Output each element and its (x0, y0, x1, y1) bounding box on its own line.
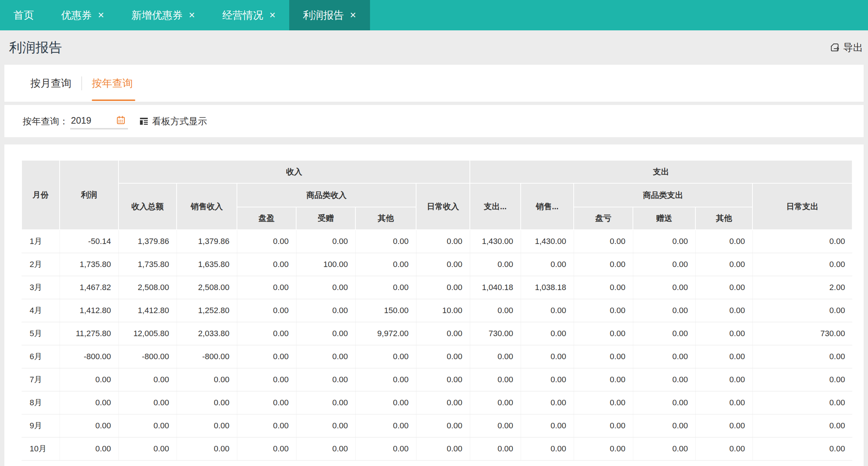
table-row: 7月0.000.000.000.000.000.000.000.000.000.… (22, 368, 852, 391)
cell-value: 0.00 (355, 345, 416, 368)
table-header: 月份 利润 收入 支出 收入总额 销售收入 商品类收入 日常收入 支出... 销… (22, 160, 852, 230)
tab-yearly-query-label: 按年查询 (92, 76, 133, 90)
cell-value: 0.00 (521, 437, 574, 460)
export-button[interactable]: 导出 (830, 41, 863, 54)
cell-value: 0.00 (470, 368, 521, 391)
cell-value: 0.00 (695, 414, 752, 437)
top-tab-bar: 首页优惠券✕新增优惠券✕经营情况✕利润报告✕ (0, 0, 868, 30)
table-row: 4月1,412.801,412.801,252.800.000.00150.00… (22, 299, 852, 322)
top-tab-label: 经营情况 (222, 8, 263, 22)
cell-value: -800.00 (177, 345, 237, 368)
cell-value: 1,430.00 (521, 230, 574, 253)
cell-value: 0.00 (574, 322, 633, 345)
top-tab-2[interactable]: 新增优惠券✕ (118, 0, 208, 30)
col-header-expense-total: 支出... (470, 183, 521, 230)
col-group-income: 收入 (118, 160, 470, 183)
top-tab-4[interactable]: 利润报告✕ (289, 0, 370, 30)
cell-month: 10月 (22, 437, 60, 460)
filter-bar: 按年查询： 2019 看板方式显示 (4, 105, 864, 137)
cell-value: 0.00 (416, 230, 470, 253)
table-body: 1月-50.141,379.861,379.860.000.000.000.00… (22, 230, 852, 460)
cell-value: 0.00 (521, 368, 574, 391)
query-mode-tabs: 按月查询 按年查询 (4, 65, 864, 102)
cell-value: 0.00 (521, 299, 574, 322)
cell-value: 0.00 (355, 391, 416, 414)
cell-value: 0.00 (633, 437, 695, 460)
cell-value: 0.00 (416, 345, 470, 368)
cell-month: 3月 (22, 276, 60, 299)
page-header: 利润报告 导出 (0, 30, 868, 65)
export-button-label: 导出 (843, 41, 863, 54)
cell-value: 0.00 (296, 345, 355, 368)
cell-value: 0.00 (521, 345, 574, 368)
top-tab-3[interactable]: 经营情况✕ (209, 0, 289, 30)
tab-monthly-query-label: 按月查询 (30, 76, 71, 90)
cell-value: 1,735.80 (118, 253, 177, 276)
cell-value: 1,635.80 (177, 253, 237, 276)
tab-close-icon[interactable]: ✕ (350, 11, 356, 19)
cell-value: 0.00 (752, 368, 852, 391)
tab-monthly-query[interactable]: 按月查询 (30, 65, 71, 102)
cell-value: 0.00 (633, 414, 695, 437)
cell-value: 0.00 (60, 414, 118, 437)
cell-value: 2,508.00 (118, 276, 177, 299)
cell-value: 0.00 (416, 414, 470, 437)
export-icon (830, 42, 840, 53)
cell-value: 0.00 (237, 368, 296, 391)
cell-value: -800.00 (118, 345, 177, 368)
cell-value: 0.00 (574, 230, 633, 253)
board-view-toggle[interactable]: 看板方式显示 (139, 115, 207, 127)
cell-value: 10.00 (416, 299, 470, 322)
cell-value: 0.00 (633, 230, 695, 253)
cell-value: 0.00 (633, 345, 695, 368)
cell-value: -50.14 (60, 230, 118, 253)
cell-value: 0.00 (633, 253, 695, 276)
cell-value: 1,379.86 (177, 230, 237, 253)
tab-close-icon[interactable]: ✕ (269, 11, 276, 19)
cell-value: 0.00 (296, 276, 355, 299)
cell-value: 730.00 (470, 322, 521, 345)
cell-month: 4月 (22, 299, 60, 322)
cell-value: 0.00 (118, 391, 177, 414)
cell-value: 0.00 (633, 299, 695, 322)
cell-value: 1,040.18 (470, 276, 521, 299)
col-group-expense: 支出 (470, 160, 852, 183)
cell-value: 1,038.18 (521, 276, 574, 299)
tab-close-icon[interactable]: ✕ (98, 11, 104, 19)
profit-report-table: 月份 利润 收入 支出 收入总额 销售收入 商品类收入 日常收入 支出... 销… (21, 160, 853, 461)
cell-month: 9月 (22, 414, 60, 437)
cell-value: 0.00 (695, 253, 752, 276)
cell-value: 0.00 (521, 391, 574, 414)
cell-value: 0.00 (752, 299, 852, 322)
cell-value: 0.00 (118, 368, 177, 391)
cell-value: 0.00 (752, 437, 852, 460)
cell-value: 0.00 (355, 276, 416, 299)
top-tab-0[interactable]: 首页 (0, 0, 48, 30)
cell-value: 2.00 (752, 276, 852, 299)
cell-value: 0.00 (118, 437, 177, 460)
cell-month: 6月 (22, 345, 60, 368)
cell-value: 9,972.00 (355, 322, 416, 345)
year-picker-input[interactable]: 2019 (70, 113, 128, 129)
cell-value: 0.00 (416, 437, 470, 460)
cell-value: 0.00 (695, 391, 752, 414)
cell-value: 0.00 (752, 391, 852, 414)
cell-value: 0.00 (355, 230, 416, 253)
col-group-goods-income: 商品类收入 (237, 183, 416, 207)
year-picker-value: 2019 (70, 115, 91, 126)
tab-close-icon[interactable]: ✕ (188, 11, 195, 19)
cell-value: 0.00 (237, 322, 296, 345)
top-tab-label: 优惠券 (61, 8, 92, 22)
tab-yearly-query[interactable]: 按年查询 (92, 65, 133, 102)
cell-value: 1,430.00 (470, 230, 521, 253)
cell-value: 0.00 (695, 299, 752, 322)
cell-value: -800.00 (60, 345, 118, 368)
kanban-board-icon (139, 116, 149, 126)
top-tab-1[interactable]: 优惠券✕ (48, 0, 118, 30)
cell-value: 0.00 (177, 414, 237, 437)
cell-value: 1,412.80 (60, 299, 118, 322)
cell-value: 0.00 (237, 253, 296, 276)
col-header-month: 月份 (22, 160, 60, 230)
cell-value: 0.00 (237, 230, 296, 253)
cell-value: 0.00 (355, 368, 416, 391)
